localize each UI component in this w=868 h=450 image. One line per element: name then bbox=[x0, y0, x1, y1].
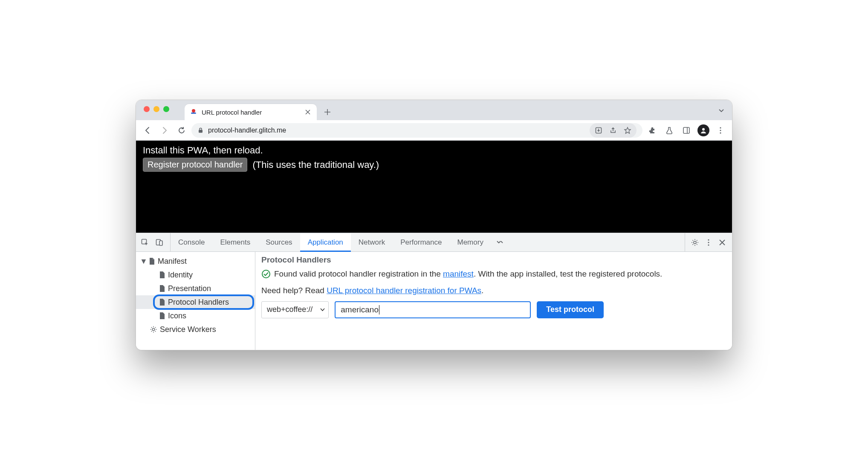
help-text: Need help? Read URL protocol handler reg… bbox=[261, 286, 726, 295]
help-link[interactable]: URL protocol handler registration for PW… bbox=[327, 286, 481, 295]
url-text: protocol-handler.glitch.me bbox=[208, 127, 585, 134]
svg-point-15 bbox=[708, 242, 709, 243]
devtools-tab-memory[interactable]: Memory bbox=[449, 233, 491, 251]
devtools-tab-application[interactable]: Application bbox=[300, 234, 351, 252]
devtools-close-icon[interactable] bbox=[716, 236, 729, 249]
tab-close-button[interactable] bbox=[304, 108, 312, 116]
minimize-window-button[interactable] bbox=[153, 106, 159, 112]
file-icon bbox=[159, 312, 165, 320]
profile-avatar[interactable] bbox=[696, 123, 711, 138]
sidebar-item-label: Service Workers bbox=[160, 325, 216, 334]
devtools-settings-icon[interactable] bbox=[689, 236, 701, 249]
svg-rect-4 bbox=[683, 127, 689, 133]
lock-icon bbox=[197, 127, 204, 133]
sidebar-manifest-label: Manifest bbox=[158, 257, 187, 266]
install-app-icon[interactable] bbox=[592, 124, 605, 137]
new-tab-button[interactable] bbox=[320, 105, 335, 119]
devtools-tab-strip: Console Elements Sources Application Net… bbox=[136, 233, 732, 252]
page-viewport: Install this PWA, then reload. Register … bbox=[136, 141, 732, 233]
sidebar-service-workers[interactable]: Service Workers bbox=[136, 323, 255, 336]
address-bar[interactable]: protocol-handler.glitch.me bbox=[191, 123, 642, 138]
file-icon bbox=[149, 257, 155, 265]
sidebar-manifest-root[interactable]: ▼ Manifest bbox=[136, 254, 255, 268]
svg-point-14 bbox=[708, 239, 709, 240]
close-window-button[interactable] bbox=[144, 106, 150, 112]
browser-toolbar: protocol-handler.glitch.me bbox=[136, 120, 732, 141]
devtools-panel: Console Elements Sources Application Net… bbox=[136, 233, 732, 350]
register-note-text: (This uses the traditional way.) bbox=[252, 159, 379, 170]
browser-window: URL protocol handler protocol-handler.gl… bbox=[136, 100, 732, 350]
maximize-window-button[interactable] bbox=[163, 106, 169, 112]
test-protocol-button[interactable]: Test protocol bbox=[537, 301, 604, 318]
protocol-handlers-panel: Protocol Handlers Found valid protocol h… bbox=[255, 252, 732, 350]
devtools-tab-performance[interactable]: Performance bbox=[393, 233, 449, 251]
browser-tab[interactable]: URL protocol handler bbox=[185, 104, 317, 120]
application-sidebar: ▼ Manifest Identity Presentation Proto bbox=[136, 252, 255, 350]
page-instruction-text: Install this PWA, then reload. bbox=[143, 145, 725, 156]
register-protocol-handler-button[interactable]: Register protocol handler bbox=[143, 158, 247, 172]
protocol-scheme-select[interactable]: web+coffee:// bbox=[261, 301, 329, 318]
sidebar-item-protocol-handlers[interactable]: Protocol Handlers bbox=[136, 295, 255, 309]
manifest-link[interactable]: manifest bbox=[443, 269, 474, 278]
tab-title: URL protocol handler bbox=[202, 109, 300, 116]
text-caret bbox=[379, 305, 379, 314]
sidebar-item-label: Identity bbox=[168, 271, 193, 280]
labs-icon[interactable] bbox=[662, 123, 677, 138]
devtools-tab-sources[interactable]: Sources bbox=[258, 233, 300, 251]
window-controls bbox=[144, 100, 185, 120]
sidebar-item-icons[interactable]: Icons bbox=[136, 309, 255, 323]
chevron-down-icon bbox=[320, 307, 325, 312]
svg-point-9 bbox=[720, 132, 721, 133]
check-circle-icon bbox=[261, 269, 271, 279]
sidebar-item-label: Icons bbox=[168, 312, 186, 320]
devtools-tab-console[interactable]: Console bbox=[171, 233, 212, 251]
inspect-element-icon[interactable] bbox=[139, 236, 151, 249]
share-icon[interactable] bbox=[607, 124, 619, 137]
protocol-value-input[interactable]: americano bbox=[335, 301, 531, 318]
svg-rect-1 bbox=[191, 112, 196, 114]
file-icon bbox=[159, 271, 165, 279]
selected-scheme-text: web+coffee:// bbox=[267, 305, 312, 314]
devtools-tab-network[interactable]: Network bbox=[351, 233, 393, 251]
devtools-tabs-overflow-icon[interactable] bbox=[494, 236, 506, 249]
forward-button[interactable] bbox=[157, 123, 172, 138]
extensions-icon[interactable] bbox=[645, 123, 660, 138]
svg-point-16 bbox=[708, 244, 709, 245]
back-button[interactable] bbox=[140, 123, 155, 138]
svg-point-6 bbox=[702, 128, 705, 130]
devtools-tab-elements[interactable]: Elements bbox=[212, 233, 258, 251]
found-registration-text: Found valid protocol handler registratio… bbox=[274, 268, 662, 280]
reload-button[interactable] bbox=[174, 123, 189, 138]
chrome-menu-icon[interactable] bbox=[713, 123, 728, 138]
gear-icon bbox=[150, 326, 157, 333]
svg-rect-12 bbox=[159, 241, 162, 245]
sidebar-item-identity[interactable]: Identity bbox=[136, 268, 255, 282]
side-panel-icon[interactable] bbox=[679, 123, 694, 138]
sidebar-item-presentation[interactable]: Presentation bbox=[136, 282, 255, 295]
svg-point-7 bbox=[720, 127, 721, 128]
svg-point-0 bbox=[192, 109, 195, 112]
svg-point-8 bbox=[720, 130, 721, 131]
svg-point-18 bbox=[262, 270, 270, 278]
device-toolbar-icon[interactable] bbox=[153, 236, 166, 249]
svg-point-17 bbox=[152, 328, 155, 331]
svg-point-13 bbox=[694, 241, 696, 244]
tab-strip: URL protocol handler bbox=[136, 100, 732, 120]
svg-rect-2 bbox=[199, 130, 203, 133]
bookmark-star-icon[interactable] bbox=[621, 124, 634, 137]
devtools-more-icon[interactable] bbox=[702, 236, 715, 249]
file-icon bbox=[159, 285, 165, 292]
sidebar-item-label: Presentation bbox=[168, 284, 211, 293]
devtools-body: ▼ Manifest Identity Presentation Proto bbox=[136, 252, 732, 350]
omnibox-actions bbox=[590, 123, 637, 138]
favicon-icon bbox=[190, 108, 197, 116]
file-icon bbox=[159, 298, 165, 306]
disclosure-triangle-icon: ▼ bbox=[141, 257, 146, 266]
sidebar-item-label: Protocol Handlers bbox=[168, 298, 229, 307]
tabs-dropdown-button[interactable] bbox=[718, 100, 724, 120]
panel-title: Protocol Handlers bbox=[261, 255, 726, 265]
